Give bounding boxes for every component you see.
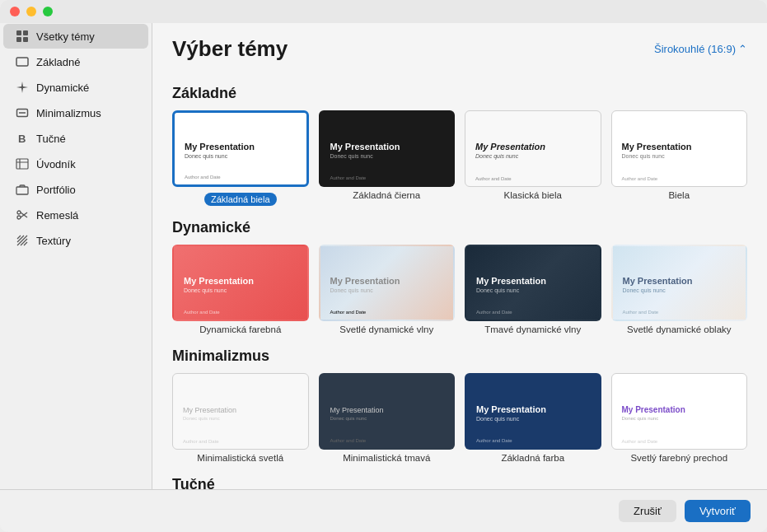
svg-rect-11 bbox=[16, 187, 28, 194]
template-thumb-classic-white: My Presentation Donec quis nunc Author a… bbox=[465, 110, 601, 187]
thumb-author: Author and Date bbox=[330, 310, 367, 315]
thumb-title: My Presentation bbox=[330, 276, 444, 286]
section-minimalism: Minimalizmus My Presentation Donec quis … bbox=[172, 348, 747, 463]
thumb-subtitle: Donec quis nunc bbox=[623, 287, 737, 293]
thumb-title: My Presentation bbox=[623, 276, 737, 286]
template-label-container-dyn-light: Svetlé dynamické vlny bbox=[339, 324, 433, 334]
thumb-title: My Presentation bbox=[475, 142, 591, 152]
thumb-subtitle: Donec quis nunc bbox=[476, 287, 590, 293]
template-thumb-dyn-color: My Presentation Donec quis nunc Author a… bbox=[172, 245, 309, 321]
section-title-dynamic: Dynamické bbox=[172, 219, 747, 236]
template-label-dyn-color: Dynamická farebná bbox=[199, 324, 281, 334]
sidebar-item-all[interactable]: Všetky témy bbox=[3, 24, 148, 49]
svg-rect-3 bbox=[23, 37, 28, 42]
template-label-container-light-gradient: Svetlý farebný prechod bbox=[630, 453, 727, 463]
thumb-title: My Presentation bbox=[185, 142, 297, 152]
minimize-button[interactable] bbox=[26, 7, 36, 16]
thumb-subtitle: Donec quis nunc bbox=[330, 416, 444, 421]
sidebar-item-portfolio[interactable]: Portfólio bbox=[3, 177, 148, 202]
template-basic-white[interactable]: My Presentation Donec quis nunc Author a… bbox=[172, 110, 309, 206]
thumb-title: My Presentation bbox=[330, 406, 444, 414]
template-label-dyn-clouds: Svetlé dynamické oblaky bbox=[627, 324, 732, 334]
thumb-subtitle: Donec quis nunc bbox=[330, 153, 444, 159]
template-basic-color[interactable]: My Presentation Donec quis nunc Author a… bbox=[465, 373, 601, 463]
svg-point-12 bbox=[17, 211, 21, 214]
sidebar-item-dynamic[interactable]: Dynamické bbox=[3, 75, 148, 100]
template-min-light[interactable]: My Presentation Donec quis nunc Author a… bbox=[172, 373, 309, 463]
fullscreen-button[interactable] bbox=[43, 7, 53, 16]
templates-grid-minimalism: My Presentation Donec quis nunc Author a… bbox=[172, 373, 747, 463]
template-label-container-basic-color: Základná farba bbox=[501, 453, 564, 463]
template-thumb-white: My Presentation Donec quis nunc Author a… bbox=[611, 110, 748, 187]
template-thumb-dyn-light: My Presentation Donec quis nunc Author a… bbox=[319, 245, 456, 321]
template-label-dyn-dark: Tmavé dynamické vlny bbox=[484, 324, 581, 334]
sidebar-item-crafts[interactable]: Remeslá bbox=[3, 203, 148, 227]
thumb-title: My Presentation bbox=[184, 276, 297, 286]
sidebar-label-crafts: Remeslá bbox=[36, 209, 78, 222]
thumb-author: Author and Date bbox=[475, 176, 512, 181]
sidebar-item-minimalism[interactable]: Minimalizmus bbox=[3, 100, 148, 125]
section-basic: Základné My Presentation Donec quis nunc… bbox=[172, 85, 747, 206]
thumb-author: Author and Date bbox=[185, 175, 221, 180]
templates-grid-basic: My Presentation Donec quis nunc Author a… bbox=[172, 110, 747, 206]
sidebar-label-bold: Tučné bbox=[36, 133, 66, 145]
sidebar-label-basic: Základné bbox=[36, 56, 80, 68]
sidebar-label-portfolio: Portfólio bbox=[36, 184, 76, 196]
thumb-subtitle: Donec quis nunc bbox=[184, 287, 297, 293]
sidebar-item-textures[interactable]: Textúry bbox=[3, 228, 148, 253]
template-classic-white[interactable]: My Presentation Donec quis nunc Author a… bbox=[465, 110, 601, 206]
svg-rect-0 bbox=[16, 30, 21, 35]
template-thumb-min-dark: My Presentation Donec quis nunc Author a… bbox=[319, 373, 456, 450]
aspect-ratio-button[interactable]: Širokouhlé (16:9) ⌃ bbox=[654, 43, 747, 55]
main-content: Výber témy Širokouhlé (16:9) ⌃ Základné … bbox=[152, 0, 767, 532]
sidebar-label-dynamic: Dynamické bbox=[36, 82, 89, 94]
thumb-author: Author and Date bbox=[330, 175, 367, 180]
thumb-title: My Presentation bbox=[622, 405, 737, 414]
close-button[interactable] bbox=[10, 7, 20, 16]
template-thumb-dyn-dark: My Presentation Donec quis nunc Author a… bbox=[465, 245, 601, 321]
template-thumb-basic-black: My Presentation Donec quis nunc Author a… bbox=[319, 110, 456, 187]
template-light-gradient[interactable]: My Presentation Donec quis nunc Author a… bbox=[611, 373, 748, 463]
title-bar bbox=[0, 0, 767, 23]
thumb-title: My Presentation bbox=[476, 404, 590, 414]
cancel-button[interactable]: Zrušiť bbox=[619, 500, 676, 522]
thumb-title: My Presentation bbox=[476, 276, 590, 286]
svg-text:B: B bbox=[18, 133, 26, 145]
sidebar-item-basic[interactable]: Základné bbox=[3, 49, 148, 74]
thumb-author: Author and Date bbox=[476, 438, 512, 443]
thumb-subtitle: Donec quis nunc bbox=[475, 153, 591, 159]
thumb-author: Author and Date bbox=[183, 439, 219, 444]
template-min-dark[interactable]: My Presentation Donec quis nunc Author a… bbox=[319, 373, 456, 463]
template-label-classic-white: Klasická biela bbox=[504, 190, 562, 200]
sidebar-label-textures: Textúry bbox=[36, 235, 71, 247]
templates-scroll[interactable]: Základné My Presentation Donec quis nunc… bbox=[152, 68, 767, 532]
thumb-subtitle: Donec quis nunc bbox=[622, 153, 737, 159]
thumb-author: Author and Date bbox=[622, 176, 658, 181]
template-dyn-light[interactable]: My Presentation Donec quis nunc Author a… bbox=[319, 245, 456, 334]
template-dyn-clouds[interactable]: My Presentation Donec quis nunc Author a… bbox=[611, 245, 748, 334]
thumb-title: My Presentation bbox=[622, 142, 737, 152]
template-dyn-color[interactable]: My Presentation Donec quis nunc Author a… bbox=[172, 245, 309, 334]
template-basic-black[interactable]: My Presentation Donec quis nunc Author a… bbox=[319, 110, 456, 206]
template-white[interactable]: My Presentation Donec quis nunc Author a… bbox=[611, 110, 748, 206]
svg-rect-4 bbox=[16, 58, 28, 66]
sidebar-item-bold[interactable]: B Tučné bbox=[3, 126, 148, 151]
template-label-container-classic-white: Klasická biela bbox=[504, 190, 562, 200]
template-label-container-white: Biela bbox=[668, 190, 690, 200]
thumb-author: Author and Date bbox=[622, 439, 658, 444]
dynamic-icon bbox=[15, 80, 30, 95]
template-dyn-dark[interactable]: My Presentation Donec quis nunc Author a… bbox=[465, 245, 601, 334]
sidebar-label-minimalism: Minimalizmus bbox=[36, 107, 101, 119]
thumb-author: Author and Date bbox=[623, 310, 659, 315]
templates-grid-dynamic: My Presentation Donec quis nunc Author a… bbox=[172, 245, 747, 334]
create-button[interactable]: Vytvoriť bbox=[685, 500, 751, 522]
page-title: Výber témy bbox=[172, 36, 288, 62]
section-dynamic: Dynamické My Presentation Donec quis nun… bbox=[172, 219, 747, 334]
template-thumb-basic-color: My Presentation Donec quis nunc Author a… bbox=[465, 373, 601, 450]
template-label-container-basic-white: Základná biela bbox=[204, 190, 277, 206]
thumb-subtitle: Donec quis nunc bbox=[330, 287, 444, 293]
section-title-basic: Základné bbox=[172, 85, 747, 102]
template-label-light-gradient: Svetlý farebný prechod bbox=[630, 453, 727, 463]
sidebar-item-intro[interactable]: Úvodník bbox=[3, 152, 148, 176]
svg-point-13 bbox=[17, 216, 21, 219]
